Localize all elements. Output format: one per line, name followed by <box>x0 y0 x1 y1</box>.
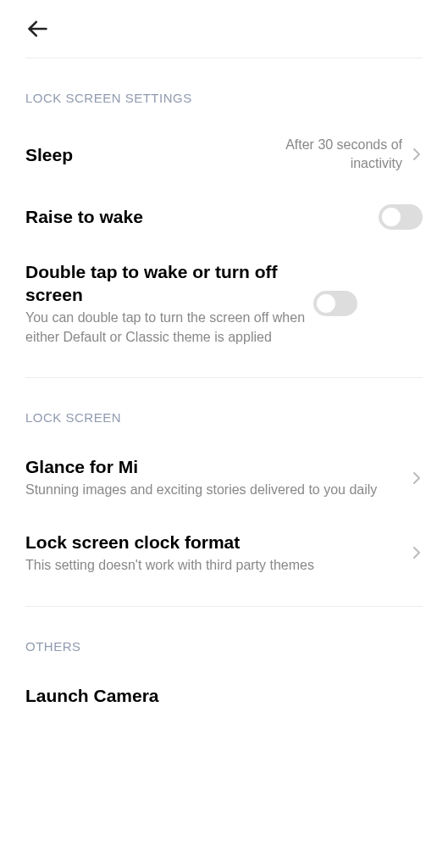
setting-glance-title: Glance for Mi <box>25 455 411 478</box>
setting-sleep-title: Sleep <box>25 143 250 166</box>
setting-sleep-value: After 30 seconds of inactivity <box>250 136 402 174</box>
chevron-right-icon <box>411 472 423 484</box>
setting-sleep[interactable]: Sleep After 30 seconds of inactivity <box>0 120 448 189</box>
section-header-lock-screen: LOCK SCREEN <box>0 378 448 440</box>
setting-launch-camera-title: Launch Camera <box>25 684 423 707</box>
setting-launch-camera[interactable]: Launch Camera <box>0 669 448 722</box>
section-header-lock-screen-settings: LOCK SCREEN SETTINGS <box>0 58 448 120</box>
setting-double-tap-title: Double tap to wake or turn off screen <box>25 260 313 307</box>
chevron-right-icon <box>411 547 423 559</box>
setting-glance-subtitle: Stunning images and exciting stories del… <box>25 481 411 499</box>
setting-clock-format-title: Lock screen clock format <box>25 531 411 554</box>
setting-double-tap-subtitle: You can double tap to turn the screen of… <box>25 309 313 347</box>
toggle-double-tap[interactable] <box>313 291 357 316</box>
section-header-others: OTHERS <box>0 607 448 669</box>
setting-raise-to-wake[interactable]: Raise to wake <box>0 189 448 245</box>
toggle-knob <box>382 208 401 226</box>
toggle-raise-to-wake[interactable] <box>379 204 423 230</box>
setting-glance[interactable]: Glance for Mi Stunning images and exciti… <box>0 440 448 515</box>
chevron-right-icon <box>411 148 423 160</box>
setting-double-tap[interactable]: Double tap to wake or turn off screen Yo… <box>0 245 448 362</box>
setting-raise-to-wake-title: Raise to wake <box>25 205 379 228</box>
setting-clock-format-subtitle: This setting doesn't work with third par… <box>25 556 411 575</box>
back-button[interactable] <box>25 17 49 41</box>
setting-clock-format[interactable]: Lock screen clock format This setting do… <box>0 515 448 591</box>
toggle-knob <box>317 294 335 313</box>
